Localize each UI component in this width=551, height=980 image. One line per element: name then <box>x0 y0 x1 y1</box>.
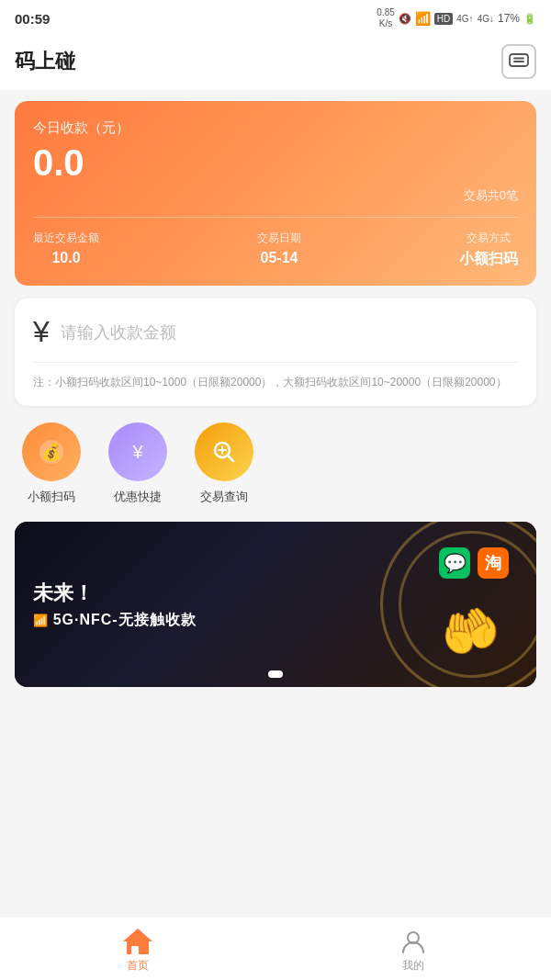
banner-subtitle: 📶 5G·NFC-无接触收款 <box>33 611 371 630</box>
transaction-date: 交易日期 05-14 <box>257 231 301 269</box>
svg-text:💰: 💰 <box>41 442 62 462</box>
transaction-count: 交易共0笔 <box>33 187 518 204</box>
discount-fast-icon: ¥ <box>108 422 167 481</box>
status-time: 00:59 <box>15 11 50 27</box>
yuan-symbol: ¥ <box>33 315 50 349</box>
banner-text: 未来！ 📶 5G·NFC-无接触收款 <box>33 580 371 630</box>
small-scan-label: 小额扫码 <box>28 489 75 505</box>
speed-indicator: 0.85K/s <box>377 7 394 29</box>
transaction-method: 交易方式 小额扫码 <box>459 231 518 269</box>
svg-text:¥: ¥ <box>131 442 143 462</box>
svg-rect-0 <box>510 54 528 66</box>
discount-fast-label: 优惠快捷 <box>114 489 162 505</box>
alipay-app-icon: 淘 <box>478 547 509 579</box>
status-bar: 00:59 0.85K/s 🔇 📶 HD 4G↑ 4G↓ 17% 🔋 <box>0 0 551 35</box>
status-icons: 0.85K/s 🔇 📶 HD 4G↑ 4G↓ 17% 🔋 <box>377 7 536 29</box>
transaction-query-icon <box>195 422 253 481</box>
feature-transaction-query[interactable]: 交易查询 <box>195 422 253 505</box>
nav-home-label: 首页 <box>127 958 149 974</box>
method-label: 交易方式 <box>467 231 511 246</box>
app-title: 码上碰 <box>15 48 75 75</box>
bottom-nav: 首页 我的 <box>0 916 551 980</box>
signal-4g-icon: 4G↑ <box>456 14 473 24</box>
feature-discount-fast[interactable]: ¥ 优惠快捷 <box>108 422 167 505</box>
banner-content: 未来！ 📶 5G·NFC-无接触收款 💬 淘 🤲 <box>15 522 536 687</box>
revenue-card: 今日收款（元） 0.0 交易共0笔 最近交易金额 10.0 交易日期 05-14… <box>15 101 536 286</box>
banner-title: 未来！ <box>33 580 371 607</box>
input-notice: 注：小额扫码收款区间10~1000（日限额20000），大额扫码收款区间10~2… <box>33 374 518 391</box>
feature-small-scan[interactable]: 💰 小额扫码 <box>22 422 81 505</box>
main-content: 今日收款（元） 0.0 交易共0笔 最近交易金额 10.0 交易日期 05-14… <box>0 90 551 698</box>
battery-level: 17% <box>498 12 520 25</box>
banner-right: 💬 淘 🤲 <box>371 540 518 669</box>
nav-home[interactable]: 首页 <box>0 923 276 974</box>
recent-label: 最近交易金额 <box>33 231 99 246</box>
feature-row: 💰 小额扫码 ¥ 优惠快捷 交易查询 <box>15 419 536 509</box>
mine-icon <box>400 929 426 954</box>
amount-input-row[interactable]: ¥ 请输入收款金额 <box>33 315 518 363</box>
amount-placeholder: 请输入收款金额 <box>61 321 176 344</box>
method-value: 小额扫码 <box>459 250 518 269</box>
recent-value: 10.0 <box>51 250 80 266</box>
app-header: 码上碰 <box>0 35 551 90</box>
small-scan-icon: 💰 <box>22 422 81 481</box>
mute-icon: 🔇 <box>399 13 411 25</box>
hd-badge: HD <box>434 13 453 25</box>
recent-transaction: 最近交易金额 10.0 <box>33 231 99 269</box>
nav-mine[interactable]: 我的 <box>276 923 551 974</box>
battery-icon: 🔋 <box>523 13 536 25</box>
house-door <box>131 946 139 954</box>
home-icon <box>124 929 152 954</box>
chat-button[interactable] <box>501 44 536 79</box>
wifi-small-icon: 📶 <box>33 614 53 627</box>
revenue-label: 今日收款（元） <box>33 119 518 137</box>
signal-4g-icon2: 4G↓ <box>478 14 494 24</box>
nav-mine-label: 我的 <box>402 958 424 974</box>
date-label: 交易日期 <box>257 231 301 246</box>
hand-emoji: 🤲 <box>433 597 506 667</box>
wifi-icon: 📶 <box>415 11 431 26</box>
svg-line-7 <box>228 456 233 461</box>
revenue-footer: 最近交易金额 10.0 交易日期 05-14 交易方式 小额扫码 <box>33 217 518 269</box>
house-roof <box>123 929 152 941</box>
revenue-amount: 0.0 <box>33 142 518 184</box>
chat-icon <box>509 53 529 70</box>
wechat-app-icon: 💬 <box>439 547 470 579</box>
transaction-query-label: 交易查询 <box>200 489 248 505</box>
banner[interactable]: 未来！ 📶 5G·NFC-无接触收款 💬 淘 🤲 <box>15 522 536 687</box>
app-icons-row: 💬 淘 <box>439 547 509 579</box>
date-value: 05-14 <box>261 250 298 266</box>
input-card: ¥ 请输入收款金额 注：小额扫码收款区间10~1000（日限额20000），大额… <box>15 299 536 406</box>
